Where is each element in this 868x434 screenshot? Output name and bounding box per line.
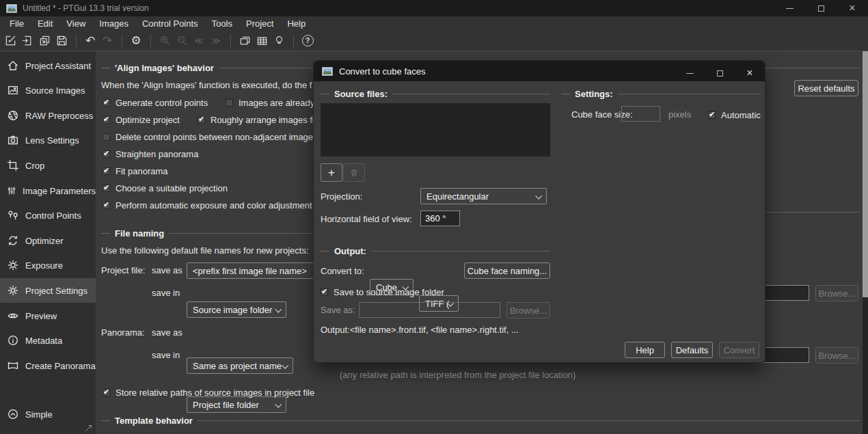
straighten-panorama-checkbox[interactable] bbox=[103, 150, 110, 158]
sidebar-item-project-settings[interactable]: Project Settings bbox=[0, 278, 96, 303]
menu-edit[interactable]: Edit bbox=[31, 17, 59, 30]
detail-viewer-button[interactable] bbox=[254, 33, 270, 49]
panorama-label: Panorama: bbox=[101, 327, 145, 338]
store-relative-paths-checkbox[interactable] bbox=[103, 389, 110, 396]
options-button[interactable]: ⚙ bbox=[128, 33, 144, 49]
menubar: File Edit View Images Control Points Too… bbox=[0, 16, 868, 31]
fit-panorama-checkbox[interactable] bbox=[103, 167, 110, 175]
new-project-button[interactable] bbox=[2, 33, 18, 49]
sidebar-item-preview[interactable]: Preview bbox=[0, 303, 96, 328]
panorama-save-as-dropdown[interactable]: Same as project name bbox=[187, 357, 293, 374]
sidebar-item-raw-preprocess[interactable]: RAW Preprocess bbox=[0, 103, 96, 128]
dialog-close-button[interactable]: × bbox=[735, 63, 765, 83]
help-button[interactable]: Help bbox=[625, 342, 665, 358]
sidebar-item-exposure[interactable]: Exposure bbox=[0, 253, 96, 277]
sliders-icon bbox=[7, 185, 16, 197]
sidebar-item-project-assistant[interactable]: Project Assistant bbox=[0, 53, 96, 78]
plus-icon: + bbox=[328, 166, 335, 180]
panorama-editor-icon bbox=[239, 35, 251, 46]
automatic-checkbox[interactable] bbox=[708, 111, 716, 119]
reset-defaults-button[interactable]: Reset defaults bbox=[794, 80, 858, 96]
camera-icon bbox=[7, 134, 19, 146]
menu-help[interactable]: Help bbox=[280, 17, 312, 30]
zoom-in-icon bbox=[159, 35, 171, 46]
home-icon bbox=[7, 59, 19, 72]
save-to-source-folder-checkbox[interactable] bbox=[321, 288, 328, 296]
undo-icon: ↶ bbox=[85, 35, 95, 46]
batch-builder-button[interactable] bbox=[36, 33, 53, 49]
add-source-file-button[interactable]: + bbox=[321, 163, 342, 182]
sidebar-item-source-images[interactable]: Source Images bbox=[0, 78, 96, 103]
choose-projection-checkbox[interactable] bbox=[103, 185, 110, 192]
open-project-button[interactable] bbox=[19, 33, 36, 49]
align-behavior-intro: When the 'Align Images' function is exec… bbox=[101, 80, 312, 90]
sidebar-item-crop[interactable]: Crop bbox=[0, 153, 96, 178]
dialog-minimize-button[interactable] bbox=[675, 63, 705, 83]
previous-icon: ≪ bbox=[194, 36, 204, 45]
sidebar-item-control-points[interactable]: Control Points bbox=[0, 203, 96, 228]
panorama-save-as-label: save as bbox=[152, 327, 182, 338]
eye-icon bbox=[7, 310, 19, 322]
save-as-input bbox=[359, 302, 500, 318]
window-minimize-button[interactable] bbox=[774, 0, 805, 16]
browse-button-2: Browse... bbox=[815, 347, 858, 364]
hfov-input[interactable] bbox=[420, 211, 460, 226]
sidebar-item-lens-settings[interactable]: Lens Settings bbox=[0, 128, 96, 152]
app-icon bbox=[322, 67, 333, 76]
roughly-arrange-checkbox[interactable] bbox=[198, 116, 205, 124]
optimize-project-checkbox[interactable] bbox=[103, 116, 110, 124]
undo-button[interactable]: ↶ bbox=[82, 33, 98, 49]
menu-project[interactable]: Project bbox=[239, 17, 280, 30]
help-icon: ? bbox=[302, 35, 314, 46]
panorama-editor-button[interactable] bbox=[236, 33, 253, 49]
project-save-as-label: save as bbox=[152, 265, 182, 275]
light-bulb-icon bbox=[273, 35, 285, 46]
dialog-maximize-button[interactable] bbox=[705, 63, 735, 83]
project-save-as-dropdown[interactable]: <prefix first image file name> bbox=[187, 262, 331, 279]
close-icon: × bbox=[849, 2, 855, 14]
sidebar-item-image-parameters[interactable]: Image Parameters bbox=[0, 178, 96, 203]
sidebar-item-optimizer[interactable]: Optimizer bbox=[0, 228, 96, 253]
auto-exposure-checkbox[interactable] bbox=[103, 202, 110, 209]
next-icon: ≫ bbox=[211, 36, 221, 45]
sidebar-item-simple[interactable]: Simple bbox=[0, 402, 96, 426]
scrollbar-thumb[interactable] bbox=[863, 51, 868, 297]
crop-icon bbox=[7, 159, 19, 172]
menu-control-points[interactable]: Control Points bbox=[135, 17, 205, 30]
hfov-label: Horizontal field of view: bbox=[321, 214, 412, 224]
dialog-title: Convert to cube faces bbox=[339, 66, 425, 77]
source-files-list[interactable] bbox=[321, 103, 550, 157]
defaults-button[interactable]: Defaults bbox=[671, 342, 713, 358]
edit-project-icon bbox=[5, 35, 16, 46]
save-project-button[interactable] bbox=[53, 33, 70, 49]
sidebar-item-metadata[interactable]: Metadata bbox=[0, 328, 96, 353]
remove-source-file-button bbox=[343, 163, 365, 182]
help-button[interactable]: ? bbox=[299, 33, 316, 49]
sidebar-item-create-panorama[interactable]: Create Panorama bbox=[0, 353, 96, 378]
projection-assistant-button[interactable] bbox=[271, 33, 287, 49]
vertical-scrollbar[interactable] bbox=[863, 51, 868, 434]
gear-icon bbox=[7, 284, 19, 297]
output-section-title: Output: bbox=[334, 246, 366, 256]
cube-face-naming-button[interactable]: Cube face naming... bbox=[464, 262, 550, 279]
project-save-in-dropdown[interactable]: Source image folder bbox=[187, 301, 286, 318]
toolbar: ↶ ↷ ⚙ ≪ ≫ ? bbox=[0, 31, 868, 51]
trash-icon bbox=[349, 168, 359, 178]
project-save-in-label: save in bbox=[152, 288, 180, 298]
images-already-checkbox[interactable] bbox=[226, 99, 233, 107]
menu-view[interactable]: View bbox=[59, 17, 92, 30]
pixels-label: pixels bbox=[668, 109, 691, 120]
sidebar-resize-handle[interactable] bbox=[84, 424, 93, 433]
menu-file[interactable]: File bbox=[3, 17, 31, 30]
menu-images[interactable]: Images bbox=[92, 17, 135, 30]
sidebar: Project Assistant Source Images RAW Prep… bbox=[0, 51, 96, 434]
sun-icon bbox=[7, 259, 19, 271]
delete-control-points-checkbox[interactable] bbox=[103, 133, 110, 141]
window-maximize-button[interactable] bbox=[805, 0, 837, 16]
menu-tools[interactable]: Tools bbox=[205, 17, 239, 30]
window-titlebar: Untitled * - PTGui 13.3 trial version × bbox=[0, 0, 868, 16]
projection-dropdown[interactable]: Equirectangular bbox=[420, 188, 547, 204]
panorama-save-in-dropdown[interactable]: Project file folder bbox=[187, 396, 286, 413]
window-close-button[interactable]: × bbox=[837, 0, 868, 16]
generate-control-points-checkbox[interactable] bbox=[103, 99, 110, 107]
